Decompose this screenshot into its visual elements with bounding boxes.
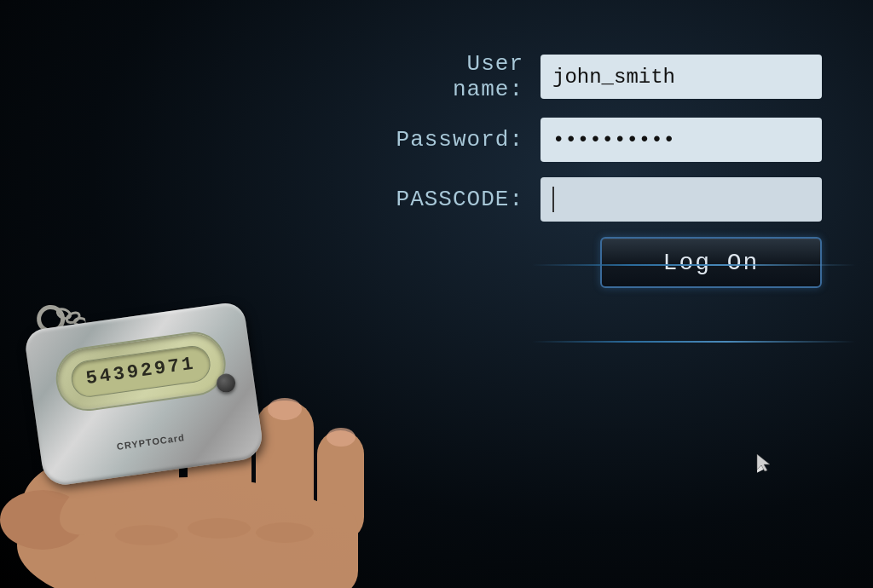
- svg-marker-20: [757, 454, 770, 471]
- username-label: User name:: [396, 51, 541, 102]
- svg-point-14: [268, 398, 302, 420]
- token-lcd-display: 54392971: [69, 343, 212, 399]
- passcode-field[interactable]: [541, 177, 822, 222]
- crypto-token: 54392971 CRYPTOCard: [23, 301, 266, 500]
- accent-line-top: [532, 264, 856, 266]
- password-row: Password:: [396, 118, 822, 162]
- hand-area: 54392971 CRYPTOCard: [0, 187, 494, 588]
- username-row: User name:: [396, 51, 822, 102]
- username-input[interactable]: [541, 55, 822, 99]
- svg-point-15: [327, 428, 356, 447]
- password-label: Password:: [396, 127, 541, 153]
- accent-line-bottom: [532, 341, 856, 343]
- password-input[interactable]: [541, 118, 822, 162]
- text-cursor: [552, 187, 554, 212]
- token-brand-label: CRYPTOCard: [40, 421, 261, 462]
- token-body: 54392971 CRYPTOCard: [23, 301, 264, 487]
- logon-button[interactable]: Log On: [600, 237, 822, 288]
- svg-point-10: [188, 518, 251, 539]
- svg-point-11: [256, 522, 314, 543]
- mouse-pointer: [755, 453, 772, 473]
- token-display: 54392971: [52, 328, 229, 415]
- svg-rect-7: [94, 503, 358, 588]
- token-button[interactable]: [216, 372, 237, 394]
- svg-point-9: [115, 525, 178, 545]
